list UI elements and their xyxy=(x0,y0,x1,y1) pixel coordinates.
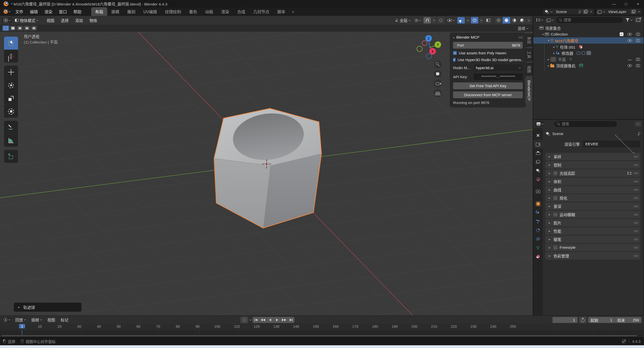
material-icon[interactable] xyxy=(579,45,582,49)
grip-icon[interactable] xyxy=(634,238,638,240)
tool-move[interactable] xyxy=(4,66,18,79)
frame-tick[interactable]: 140 xyxy=(293,324,299,328)
viewport-menu[interactable]: 视图 xyxy=(43,17,58,24)
properties-tab-output[interactable] xyxy=(533,149,543,157)
frame-tick[interactable]: 40 xyxy=(97,324,101,328)
outliner-row[interactable]: 场景集合 xyxy=(533,25,643,31)
grip-icon[interactable] xyxy=(634,156,638,158)
timeline-menu-回放[interactable]: 回放 xyxy=(13,316,29,323)
menubar-menu[interactable]: 文件 xyxy=(12,8,27,16)
pin-icon[interactable] xyxy=(578,10,581,14)
set-trial-api-key-button[interactable]: Set Free Trial API Key xyxy=(453,82,523,89)
properties-section[interactable]: ▸性能 xyxy=(545,227,640,235)
expand-icon[interactable]: ▸ xyxy=(548,238,551,241)
properties-section[interactable]: ▸运动模糊 xyxy=(545,211,640,218)
viewport-canvas[interactable]: Z Y X 用户透视 (1) Collection | 平面 xyxy=(0,32,533,315)
workspace-tab[interactable]: UV编辑 xyxy=(139,7,161,16)
zoom-button[interactable] xyxy=(434,60,442,68)
properties-section[interactable]: ▸体积 xyxy=(545,178,640,185)
frame-tick[interactable]: 150 xyxy=(313,324,319,328)
workspace-tab[interactable]: 布局 xyxy=(91,7,107,16)
port-field[interactable]: Port 9876 xyxy=(453,42,523,49)
xray-toggle[interactable] xyxy=(484,17,492,24)
workspace-tab[interactable]: 建模 xyxy=(107,7,123,16)
navigation-gizmo[interactable]: Z Y X xyxy=(417,35,441,59)
expand-icon[interactable]: ▸ xyxy=(548,254,551,258)
frame-tick[interactable]: 240 xyxy=(490,324,496,328)
camera-data-icon[interactable] xyxy=(579,65,583,67)
outliner-row[interactable]: ▸顶视摄像机 xyxy=(533,62,643,69)
subsurf-icon[interactable] xyxy=(586,51,591,55)
timeline-menu-标记[interactable]: 标记 xyxy=(58,316,71,323)
sidebar-tab-视图[interactable]: 视图 xyxy=(525,63,533,76)
expand-icon[interactable]: ▸ xyxy=(548,155,551,158)
jump-start-button[interactable] xyxy=(253,317,259,323)
tool-measure[interactable] xyxy=(4,134,18,147)
pin-icon[interactable] xyxy=(637,132,640,136)
grip-icon[interactable] xyxy=(634,197,638,199)
sidebar-tab-工具[interactable]: 工具 xyxy=(525,48,533,61)
gizmo-neg-y[interactable] xyxy=(417,46,422,52)
minimize-button[interactable]: — xyxy=(608,0,620,8)
pivot-point-dropdown[interactable] xyxy=(413,18,422,23)
menubar-menu[interactable]: 帮助 xyxy=(70,8,85,16)
eye-icon[interactable] xyxy=(627,64,632,67)
outliner-search[interactable] xyxy=(556,17,623,23)
poly-haven-checkbox-row[interactable]: Use assets from Poly Haven xyxy=(453,51,523,55)
api-key-field[interactable]: **********...********** xyxy=(474,73,523,80)
select-mode-subtract[interactable] xyxy=(17,26,23,31)
grip-icon[interactable] xyxy=(634,205,638,207)
disconnect-mcp-button[interactable]: Disconnect from MCP server xyxy=(453,91,523,98)
workspace-tab[interactable]: 纹理绘制 xyxy=(161,7,185,16)
camera-view-button[interactable] xyxy=(434,79,442,87)
viewport-menu[interactable]: 物体 xyxy=(86,17,100,24)
mesh-data-icon[interactable] xyxy=(569,58,572,61)
expand-icon[interactable]: ▸ xyxy=(548,221,551,224)
bevel-icon[interactable] xyxy=(577,52,580,55)
scrollbar-thumb[interactable] xyxy=(2,335,637,336)
perspective-toggle-button[interactable] xyxy=(434,89,442,97)
timeline-ruler[interactable]: 1102030405060708090100110120130140150160… xyxy=(0,324,644,330)
camera-icon[interactable] xyxy=(636,33,640,36)
frame-tick[interactable]: 30 xyxy=(77,324,81,328)
timeline-editor-type-button[interactable] xyxy=(2,317,12,322)
shading-dropdown[interactable] xyxy=(527,17,531,24)
grip-icon[interactable] xyxy=(634,164,638,166)
expand-icon[interactable]: ▸ xyxy=(548,188,551,191)
scene-selector[interactable]: Scene xyxy=(543,9,594,15)
play-back-button[interactable] xyxy=(267,317,273,323)
workspace-tab[interactable]: 脚本 xyxy=(273,7,289,16)
shading-material-button[interactable] xyxy=(510,17,518,24)
options-dropdown[interactable]: 选项 xyxy=(516,25,530,31)
expand-icon[interactable]: ▸ xyxy=(552,45,556,49)
gizmo-neg-x[interactable] xyxy=(422,41,427,46)
viewport-menu[interactable]: 选择 xyxy=(58,17,72,24)
eye-icon[interactable] xyxy=(627,33,632,36)
properties-tab-material[interactable] xyxy=(533,252,543,261)
maximize-button[interactable]: □ xyxy=(620,0,632,8)
collapse-icon[interactable]: ▾ xyxy=(541,33,545,36)
frame-tick[interactable]: 90 xyxy=(195,324,199,328)
properties-editor-type-button[interactable] xyxy=(535,122,545,127)
current-frame-field[interactable]: 1 xyxy=(553,317,578,323)
frame-tick[interactable]: 170 xyxy=(352,324,358,328)
frame-tick[interactable]: 20 xyxy=(57,324,61,328)
grip-icon[interactable] xyxy=(634,180,638,182)
sidebar-tab-BlenderMCP[interactable]: BlenderMCP xyxy=(525,77,533,104)
outliner-editor-type-button[interactable] xyxy=(535,18,544,22)
properties-tab-object-data[interactable] xyxy=(533,243,543,252)
grip-icon[interactable] xyxy=(518,36,523,38)
menubar-menu[interactable]: 渲染 xyxy=(41,8,56,16)
tool-annotate[interactable] xyxy=(4,121,18,134)
workspace-tab[interactable]: 着色 xyxy=(185,7,201,16)
expand-icon[interactable]: ▸ xyxy=(548,229,551,233)
show-gizmo-toggle[interactable] xyxy=(457,17,465,24)
section-checkbox[interactable] xyxy=(554,213,557,216)
properties-section[interactable]: ▸Freestyle xyxy=(545,244,640,251)
frame-tick[interactable]: 120 xyxy=(254,324,260,328)
checkbox-icon[interactable] xyxy=(620,32,623,36)
add-workspace-button[interactable]: + xyxy=(289,8,297,16)
frame-tick[interactable]: 190 xyxy=(392,324,398,328)
jump-end-button[interactable] xyxy=(288,317,294,323)
frame-tick[interactable]: 110 xyxy=(234,324,240,328)
